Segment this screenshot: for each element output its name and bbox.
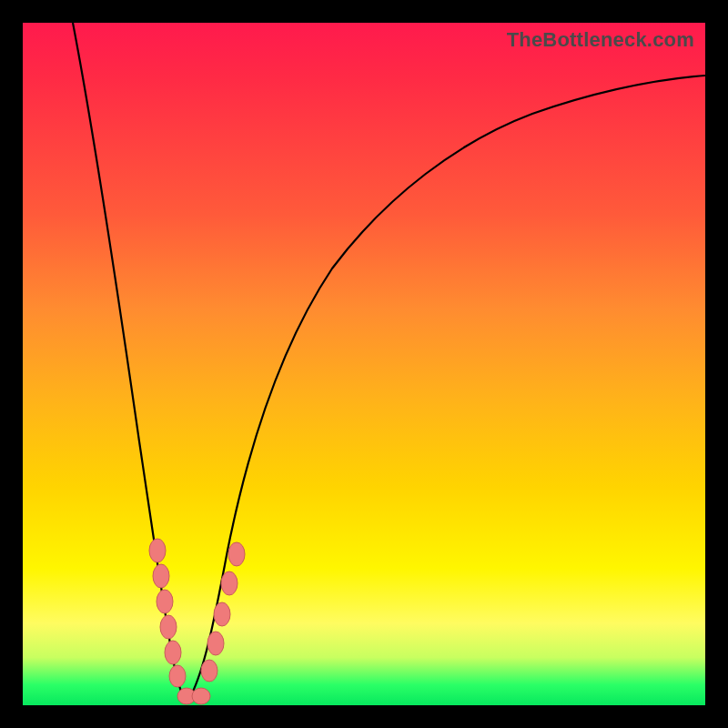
svg-point-10 [214,602,230,626]
svg-point-4 [165,641,181,664]
svg-point-5 [169,665,186,687]
svg-point-0 [149,539,166,562]
outer-frame: TheBottleneck.com [0,0,728,728]
svg-point-2 [157,590,173,613]
svg-point-9 [207,632,224,655]
bottleneck-curve [23,23,705,705]
plot-area: TheBottleneck.com [23,23,705,705]
svg-point-3 [160,615,177,639]
svg-point-12 [228,542,245,566]
svg-point-7 [192,688,210,704]
svg-point-8 [201,660,217,682]
curve-right-branch [187,76,705,703]
svg-point-11 [221,571,238,595]
svg-point-1 [153,564,169,588]
